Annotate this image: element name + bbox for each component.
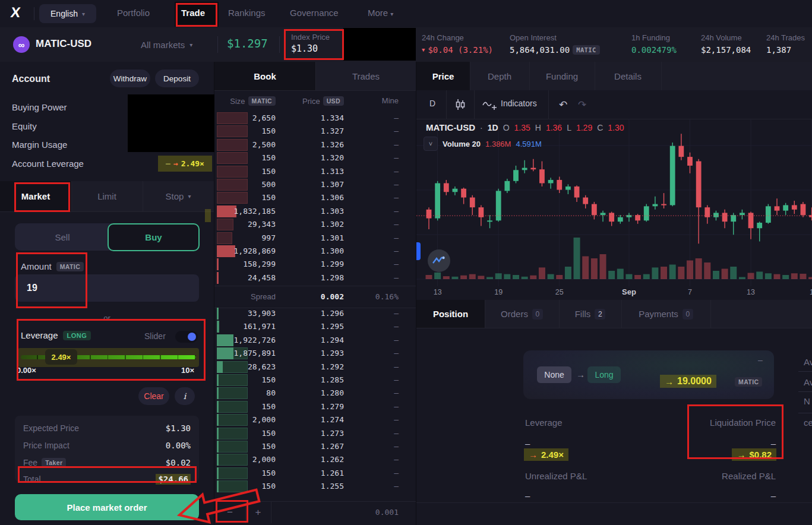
bid-row[interactable]: 1501.267– — [214, 440, 416, 453]
ask-row[interactable]: 1,832,1851.303– — [214, 205, 416, 218]
mine-cell: – — [394, 260, 399, 268]
ask-row[interactable]: 1501.313– — [214, 165, 416, 178]
depth-bar-bright — [217, 308, 219, 320]
ask-row[interactable]: 2,6501.334– — [214, 112, 416, 125]
ask-row[interactable]: 2,5001.326– — [214, 138, 416, 151]
depth-bar-bright — [217, 401, 219, 413]
arrow-right-icon: → — [173, 159, 178, 168]
nav-item-portfolio[interactable]: Portfolio — [117, 8, 150, 18]
amount-input[interactable]: 19 — [15, 274, 199, 302]
mine-cell: – — [394, 309, 399, 318]
price-cell: 1.313 — [321, 167, 344, 176]
bid-row[interactable]: 1,922,7261.294– — [214, 334, 416, 347]
ask-row[interactable]: 1501.306– — [214, 191, 416, 204]
ask-row[interactable]: 24,4581.298– — [214, 271, 416, 284]
withdraw-button[interactable]: Withdraw — [110, 69, 150, 87]
interval-button[interactable]: D — [429, 99, 435, 108]
redo-icon[interactable]: ↷ — [578, 99, 586, 111]
bid-row[interactable]: 1501.279– — [214, 400, 416, 413]
total-value: $24.66 — [156, 474, 191, 485]
undo-icon[interactable]: ↶ — [559, 99, 567, 111]
tab-market[interactable]: Market — [0, 181, 71, 211]
nav-item-governance[interactable]: Governance — [290, 8, 339, 18]
side-toggle: Sell Buy — [15, 223, 199, 251]
nav-item-rankings[interactable]: Rankings — [228, 8, 266, 18]
ask-row[interactable]: 1501.320– — [214, 151, 416, 165]
price-cell: 1.262 — [321, 455, 344, 464]
bid-row[interactable]: 801.280– — [214, 387, 416, 400]
tab-fills[interactable]: Fills2 — [559, 300, 621, 328]
clear-button[interactable]: Clear — [138, 387, 169, 405]
legend-pair: MATIC-USD — [426, 122, 475, 132]
legend-low: 1.29 — [576, 123, 592, 132]
mine-cell: – — [394, 402, 399, 411]
tab-limit[interactable]: Limit — [71, 181, 143, 211]
tab-position[interactable]: Position — [416, 300, 485, 328]
ask-row[interactable]: 29,3431.302– — [214, 218, 416, 231]
redacted-region — [128, 94, 214, 152]
tradingview-logo[interactable] — [428, 249, 450, 272]
price-cell: 1.320 — [321, 153, 344, 162]
nav-item-more[interactable]: More ▾ — [368, 8, 393, 18]
toolbar-divider — [548, 90, 549, 119]
bid-row[interactable]: 161,9711.295– — [214, 320, 416, 333]
tab-payments[interactable]: Payments0 — [621, 300, 710, 328]
bid-row[interactable]: 28,6231.292– — [214, 360, 416, 374]
chevron-down-icon[interactable]: ˅ — [424, 137, 438, 151]
size-cell: 1,922,726 — [234, 336, 276, 344]
mine-cell: – — [394, 336, 399, 344]
market-selector[interactable]: All markets ▾ — [141, 40, 192, 50]
mine-cell: – — [394, 193, 399, 202]
bid-row[interactable]: 2,0001.274– — [214, 413, 416, 426]
bid-row[interactable]: 1501.285– — [214, 374, 416, 387]
asks-list: 2,6501.334–1501.327–2,5001.326–1501.320–… — [214, 112, 416, 284]
tab-trades[interactable]: Trades — [315, 62, 416, 90]
depth-bar — [217, 454, 248, 466]
redacted-region — [343, 28, 416, 61]
ask-row[interactable]: 1,928,8691.300– — [214, 245, 416, 258]
buy-button[interactable]: Buy — [108, 223, 200, 251]
tab-funding[interactable]: Funding — [529, 62, 595, 90]
tab-book[interactable]: Book — [214, 62, 315, 90]
depth-bar-bright — [217, 245, 235, 257]
bid-row[interactable]: 1,875,8911.293– — [214, 347, 416, 360]
size-cell: 158,299 — [243, 260, 276, 268]
dydx-logo[interactable]: X — [10, 4, 21, 21]
price-impact-row: Price Impact 0.00% — [23, 439, 191, 452]
leverage-slider-handle[interactable]: 2.49× — [45, 349, 77, 365]
ask-row[interactable]: 5001.307– — [214, 178, 416, 191]
language-selector[interactable]: English ▾ — [39, 4, 96, 23]
mine-cell: – — [394, 246, 399, 255]
caret-down-icon: ▾ — [390, 11, 393, 17]
size-cell: 150 — [262, 153, 276, 162]
price-cell: 1.334 — [321, 113, 344, 122]
ask-row[interactable]: 158,2991.299– — [214, 258, 416, 271]
arrow-right-icon: → — [529, 450, 538, 460]
tab-orders[interactable]: Orders0 — [485, 300, 559, 328]
sell-button[interactable]: Sell — [15, 223, 110, 251]
slider-toggle[interactable] — [175, 331, 198, 343]
ask-row[interactable]: 9971.301– — [214, 232, 416, 245]
orders-count-badge: 0 — [532, 309, 543, 320]
tab-stop[interactable]: Stop▾ — [143, 181, 214, 211]
tab-depth[interactable]: Depth — [470, 62, 529, 90]
position-from-badge: None — [537, 366, 571, 383]
indicators-button[interactable]: Indicators — [501, 99, 537, 108]
info-icon[interactable]: i — [175, 387, 195, 405]
deposit-button[interactable]: Deposit — [155, 69, 199, 87]
bid-row[interactable]: 33,9031.296– — [214, 307, 416, 320]
drawing-toolbar-collapse-tab[interactable] — [416, 242, 421, 260]
mine-cell: – — [394, 273, 399, 282]
tab-price[interactable]: Price — [416, 62, 470, 90]
depth-bar — [217, 414, 248, 426]
ask-row[interactable]: 1501.327– — [214, 125, 416, 138]
legend-interval: 1D — [488, 123, 498, 132]
bid-row[interactable]: 1501.273– — [214, 427, 416, 440]
tab-details[interactable]: Details — [595, 62, 661, 90]
bid-row[interactable]: 2,0001.262– — [214, 453, 416, 466]
market-pair: MATIC-USD — [36, 38, 91, 50]
nav-item-trade[interactable]: Trade — [181, 8, 205, 18]
mine-cell: – — [394, 153, 399, 162]
liquidation-price-dash: – — [666, 438, 776, 448]
candlestick-style-icon[interactable] — [453, 97, 467, 112]
